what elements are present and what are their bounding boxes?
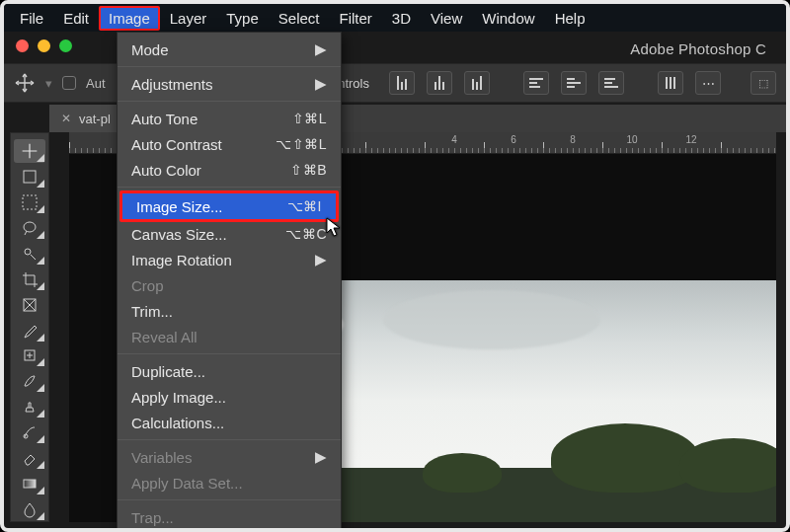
menu-item-trap: Trap... (118, 504, 341, 530)
menu-item-apply-data-set: Apply Data Set... (118, 470, 341, 495)
eraser-tool[interactable] (14, 446, 45, 470)
menu-select[interactable]: Select (269, 6, 330, 31)
menu-file[interactable]: File (10, 6, 53, 31)
submenu-arrow-icon: ▶ (315, 251, 327, 268)
menu-window[interactable]: Window (472, 6, 544, 31)
submenu-arrow-icon: ▶ (315, 40, 327, 58)
align-hcenter-button[interactable] (427, 71, 452, 95)
svg-rect-0 (24, 171, 36, 183)
align-right-button[interactable] (464, 71, 490, 95)
document-tab[interactable]: ✕ vat-pl (49, 105, 123, 132)
clone-stamp-tool[interactable] (14, 395, 45, 418)
menu-item-apply-image[interactable]: Apply Image... (118, 384, 341, 410)
auto-select-label: Aut (86, 76, 106, 91)
ruler-label: 8 (570, 134, 576, 145)
spot-heal-tool[interactable] (14, 344, 45, 368)
window-title: Adobe Photoshop C (630, 39, 766, 59)
zoom-window-icon[interactable] (59, 39, 72, 52)
ruler-label: 10 (626, 134, 637, 145)
align-left-button[interactable] (389, 71, 415, 95)
menu-item-duplicate[interactable]: Duplicate... (118, 358, 341, 384)
eyedropper-tool[interactable] (14, 319, 45, 342)
svg-point-2 (24, 222, 36, 232)
lasso-tool[interactable] (14, 216, 45, 240)
align-vcenter-button[interactable] (561, 71, 587, 95)
menu-item-variables: Variables▶ (118, 444, 341, 470)
image-menu-dropdown: Mode▶ Adjustments▶ Auto Tone⇧⌘L Auto Con… (117, 32, 342, 532)
ruler-label: 12 (685, 134, 696, 145)
document-tab-label: vat-pl (79, 112, 111, 126)
toolbox (10, 132, 49, 522)
menu-view[interactable]: View (421, 6, 472, 31)
menu-item-mode[interactable]: Mode▶ (118, 37, 341, 62)
menu-image[interactable]: Image (99, 6, 160, 31)
menu-item-auto-color[interactable]: Auto Color⇧⌘B (118, 157, 341, 183)
menu-item-adjustments[interactable]: Adjustments▶ (118, 71, 341, 97)
menu-help[interactable]: Help (545, 6, 595, 31)
menu-item-trim[interactable]: Trim... (118, 298, 341, 324)
move-tool-icon[interactable] (14, 72, 36, 94)
menu-item-auto-tone[interactable]: Auto Tone⇧⌘L (118, 106, 341, 131)
window-controls (16, 39, 72, 52)
distribute-button[interactable] (658, 71, 683, 95)
svg-rect-1 (23, 195, 37, 209)
quick-select-tool[interactable] (14, 242, 45, 266)
system-menubar: File Edit Image Layer Type Select Filter… (4, 4, 786, 32)
menu-layer[interactable]: Layer (160, 6, 217, 31)
menu-item-image-size[interactable]: Image Size...⌥⌘I (122, 193, 336, 219)
brush-tool[interactable] (14, 369, 45, 393)
menu-3d[interactable]: 3D (382, 6, 421, 31)
history-brush-tool[interactable] (14, 420, 45, 444)
close-window-icon[interactable] (16, 39, 29, 52)
menu-filter[interactable]: Filter (330, 6, 382, 31)
marquee-tool[interactable] (14, 190, 45, 214)
menu-item-reveal-all: Reveal All (118, 324, 341, 349)
svg-rect-7 (24, 480, 36, 488)
artboard-tool[interactable] (14, 165, 45, 189)
frame-tool[interactable] (14, 293, 45, 317)
blur-tool[interactable] (14, 497, 45, 521)
close-tab-icon[interactable]: ✕ (61, 112, 71, 125)
submenu-arrow-icon: ▶ (315, 75, 327, 93)
minimize-window-icon[interactable] (38, 39, 50, 52)
menu-item-auto-contrast[interactable]: Auto Contrast⌥⇧⌘L (118, 131, 341, 157)
app-frame: { "menubar": { "items": [ {"label":"File… (0, 0, 790, 532)
menu-item-calculations[interactable]: Calculations... (118, 410, 341, 435)
3d-mode-button[interactable]: ⬚ (750, 71, 776, 95)
align-bottom-button[interactable] (598, 71, 624, 95)
ruler-label: 4 (451, 134, 457, 145)
menu-item-crop: Crop (118, 272, 341, 298)
ruler-label: 6 (511, 134, 516, 145)
crop-tool[interactable] (14, 267, 45, 291)
menu-type[interactable]: Type (216, 6, 269, 31)
auto-select-checkbox[interactable] (62, 76, 76, 90)
more-align-button[interactable]: ⋯ (695, 71, 721, 95)
svg-point-3 (25, 249, 31, 255)
align-top-button[interactable] (523, 71, 549, 95)
menu-item-canvas-size[interactable]: Canvas Size...⌥⌘C (118, 221, 341, 247)
move-tool[interactable] (14, 139, 45, 163)
submenu-arrow-icon: ▶ (315, 448, 327, 466)
menu-edit[interactable]: Edit (53, 6, 99, 31)
gradient-tool[interactable] (14, 472, 45, 495)
menu-item-image-rotation[interactable]: Image Rotation▶ (118, 247, 341, 272)
